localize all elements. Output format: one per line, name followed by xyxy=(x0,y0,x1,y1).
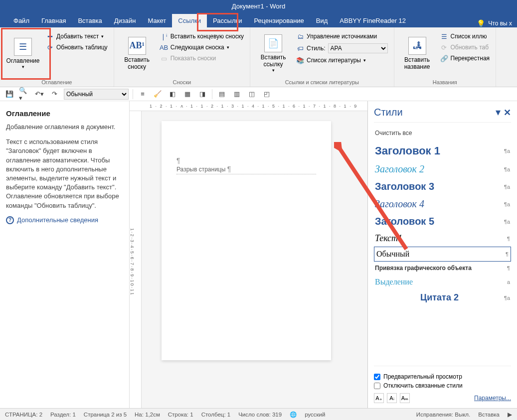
clear-all-button[interactable]: Очистить все xyxy=(374,128,511,141)
toc-button[interactable]: ☰ Оглавление xyxy=(3,29,43,78)
style-heading4[interactable]: Заголовок 4¶a xyxy=(374,195,511,213)
toc-icon: ☰ xyxy=(14,38,32,56)
update-icon: ⟳ xyxy=(46,43,54,51)
close-icon[interactable]: ✕ xyxy=(504,108,511,118)
style-quick-select[interactable]: Обычный xyxy=(64,89,129,100)
document-page[interactable]: ¶ Разрыв страницы ¶ xyxy=(162,121,331,360)
status-line[interactable]: Строка: 1 xyxy=(168,412,193,418)
citation-style-select[interactable]: 🏷Стиль: APA xyxy=(294,42,389,54)
ruler-vertical[interactable]: 1·2·3·4·5·6·7·8·9·10·11 xyxy=(130,111,142,408)
tab-references[interactable]: Ссылки xyxy=(172,14,207,27)
tab-layout[interactable]: Макет xyxy=(142,14,172,27)
lang-icon[interactable]: 🌐 xyxy=(290,411,297,418)
insert-caption-button[interactable]: 🏞 Вставить название xyxy=(397,29,437,78)
styles-pane-header: Стили ▾ ✕ xyxy=(374,106,511,118)
update-illus-button[interactable]: ⟳Обновить таб xyxy=(438,42,492,52)
new-style-icon[interactable]: A₊ xyxy=(374,393,384,403)
tab-file[interactable]: Файл xyxy=(7,14,35,27)
tab-insert[interactable]: Вставка xyxy=(72,14,108,27)
tab-design[interactable]: Дизайн xyxy=(108,14,142,27)
title-bar: Документ1 - Word xyxy=(0,0,517,12)
status-page-of[interactable]: Страница 2 из 5 xyxy=(84,412,127,418)
undo-icon[interactable]: ↶▾ xyxy=(34,89,45,100)
bulb-icon: 💡 xyxy=(477,19,485,27)
params-link[interactable]: Параметры... xyxy=(474,395,511,402)
group-footnotes: AB¹ Вставить сноску ❘ⁱВставить концевую … xyxy=(114,27,250,87)
tooltip-pane: Оглавление Добавление оглавления в докум… xyxy=(0,101,130,408)
tell-me[interactable]: 💡Что вы х xyxy=(477,19,517,27)
style-heading3[interactable]: Заголовок 3¶a xyxy=(374,178,511,195)
inspect-style-icon[interactable]: Aᵢ xyxy=(387,393,397,403)
group-captions: 🏞 Вставить название ☰Список иллю ⟳Обнови… xyxy=(394,27,497,87)
qbtn-8[interactable]: ◫ xyxy=(246,89,257,100)
update-illus-icon: ⟳ xyxy=(440,43,448,51)
style-heading5[interactable]: Заголовок 5¶a xyxy=(374,213,511,230)
style-heading1[interactable]: Заголовок 1¶a xyxy=(374,141,511,160)
ruler-horizontal[interactable]: 1 · 2 · 1 · ᴧ · 1 · 1 · 2 · 1 · 3 · 1 · … xyxy=(130,101,367,111)
status-section[interactable]: Раздел: 1 xyxy=(50,412,76,418)
tooltip-more-link[interactable]: ?Дополнительные сведения xyxy=(6,216,123,224)
qbtn-7[interactable]: ▥ xyxy=(231,89,242,100)
status-track[interactable]: Исправления: Выкл. xyxy=(416,412,470,418)
macro-icon[interactable]: ▶ xyxy=(508,411,512,418)
disable-linked-checkbox[interactable]: Отключить связанные стили xyxy=(374,382,511,389)
style-highlight[interactable]: Выделениеa xyxy=(374,275,511,289)
style-heading2[interactable]: Заголовок 2¶a xyxy=(374,160,511,178)
status-page[interactable]: СТРАНИЦА: 2 xyxy=(5,412,42,418)
tab-mailings[interactable]: Рассылки xyxy=(207,14,248,27)
style-list: Очистить все Заголовок 1¶a Заголовок 2¶a… xyxy=(374,122,511,306)
qbtn-3[interactable]: ◧ xyxy=(167,89,178,100)
search-icon[interactable]: 🔍▾ xyxy=(19,89,30,100)
manage-icon: 🗂 xyxy=(296,32,304,40)
tab-review[interactable]: Рецензирование xyxy=(248,14,310,27)
qbtn-2[interactable]: 🧹 xyxy=(152,89,163,100)
tooltip-p1: Добавление оглавления в документ. xyxy=(6,123,123,132)
show-footnotes-button[interactable]: ▭Показать сноски xyxy=(158,53,246,63)
bibliography-button[interactable]: 📚Список литературы xyxy=(294,55,389,65)
qbtn-1[interactable]: ≡ xyxy=(137,89,148,100)
status-insert[interactable]: Вставка xyxy=(478,412,500,418)
status-column[interactable]: Столбец: 1 xyxy=(201,412,231,418)
style-icon: 🏷 xyxy=(296,44,304,52)
style-dropdown[interactable]: APA xyxy=(328,43,388,53)
styles-pane: Стили ▾ ✕ Очистить все Заголовок 1¶a Заг… xyxy=(367,101,517,408)
document-area: 1 · 2 · 1 · ᴧ · 1 · 1 · 2 · 1 · 3 · 1 · … xyxy=(130,101,367,408)
status-words[interactable]: Число слов: 319 xyxy=(238,412,282,418)
crossref-icon: 🔗 xyxy=(440,54,448,62)
style-quote2[interactable]: Цитата 2¶a xyxy=(374,289,511,306)
qbtn-9[interactable]: ◰ xyxy=(261,89,272,100)
illustrations-list-button[interactable]: ☰Список иллю xyxy=(438,31,492,41)
group-label-citations: Ссылки и списки литературы xyxy=(253,78,390,87)
save-icon[interactable]: 💾 xyxy=(4,89,15,100)
qbtn-4[interactable]: ▦ xyxy=(182,89,193,100)
pane-options-icon[interactable]: ▾ ✕ xyxy=(496,106,511,118)
insert-citation-button[interactable]: 📄 Вставить ссылку xyxy=(253,29,293,78)
insert-footnote-button[interactable]: AB¹ Вставить сноску xyxy=(117,29,157,78)
next-footnote-icon: AB xyxy=(160,43,168,51)
style-anchor[interactable]: Привязка графического объекта¶ xyxy=(374,262,511,275)
qbtn-6[interactable]: ▤ xyxy=(216,89,227,100)
qbtn-5[interactable]: ◨ xyxy=(197,89,208,100)
style-normal[interactable]: Обычный¶ xyxy=(374,247,511,262)
caption-icon: 🏞 xyxy=(408,37,426,55)
status-at[interactable]: На: 1,2см xyxy=(135,412,160,418)
status-bar: СТРАНИЦА: 2 Раздел: 1 Страница 2 из 5 На… xyxy=(0,408,517,420)
manage-sources-button[interactable]: 🗂Управление источниками xyxy=(294,31,389,41)
insert-endnote-button[interactable]: ❘ⁱВставить концевую сноску xyxy=(158,31,246,41)
window-title: Документ1 - Word xyxy=(232,2,285,10)
add-text-button[interactable]: ✚Добавить текст xyxy=(44,31,110,41)
preview-checkbox[interactable]: Предварительный просмотр xyxy=(374,373,511,380)
status-lang[interactable]: русский xyxy=(305,412,325,418)
ribbon: ☰ Оглавление ✚Добавить текст ⟳Обновить т… xyxy=(0,27,517,87)
cross-ref-button[interactable]: 🔗Перекрестная xyxy=(438,53,492,63)
tab-home[interactable]: Главная xyxy=(35,14,72,27)
pilcrow-icon: ¶ xyxy=(176,156,180,164)
style-text1[interactable]: Текст1¶ xyxy=(374,230,511,247)
update-toc-button[interactable]: ⟳Обновить таблицу xyxy=(44,42,110,52)
redo-icon[interactable]: ↷ xyxy=(49,89,60,100)
group-label-toc: Оглавление xyxy=(3,78,111,87)
next-footnote-button[interactable]: ABСледующая сноска xyxy=(158,42,246,52)
tab-abbyy[interactable]: ABBYY FineReader 12 xyxy=(334,14,412,27)
manage-styles-icon[interactable]: Aₘ xyxy=(400,393,410,403)
tab-view[interactable]: Вид xyxy=(310,14,334,27)
